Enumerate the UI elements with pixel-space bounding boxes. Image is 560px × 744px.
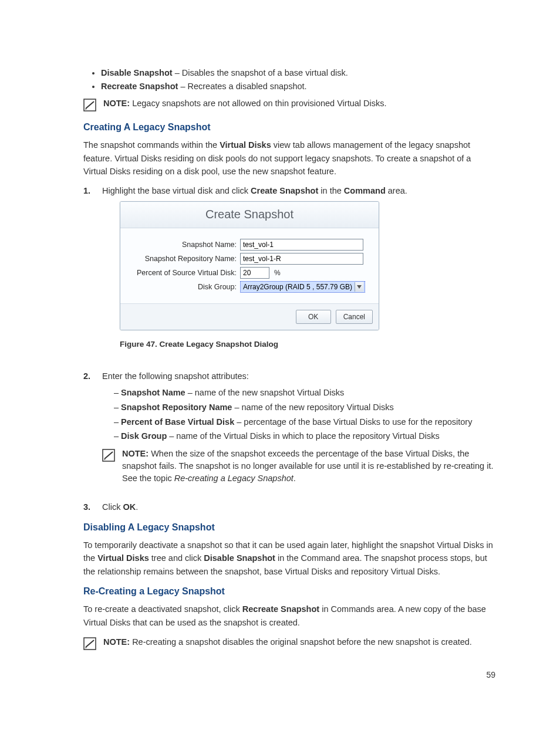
paragraph: To re-create a deactivated snapshot, cli… xyxy=(83,603,495,629)
text: To re-create a deactivated snapshot, cli… xyxy=(83,604,242,614)
row-snapshot-name: Snapshot Name: xyxy=(129,239,370,251)
desc: – Recreates a disabled snapshot. xyxy=(178,82,306,91)
step-content: Highlight the base virtual disk and clic… xyxy=(102,185,495,364)
text-bold: Create Snapshot xyxy=(251,186,318,195)
note-label: NOTE: xyxy=(122,449,149,458)
dialog-title: Create Snapshot xyxy=(120,202,379,228)
chevron-down-icon xyxy=(355,282,363,292)
document-page: Disable Snapshot – Disables the snapshot… xyxy=(0,0,560,744)
heading-recreating: Re-Creating a Legacy Snapshot xyxy=(83,586,495,597)
text: area. xyxy=(386,186,407,195)
note-label: NOTE: xyxy=(103,99,130,108)
text: . xyxy=(136,502,138,512)
list-item: Disk Group – name of the Virtual Disks i… xyxy=(114,430,495,443)
list-item: Snapshot Name – name of the new snapshot… xyxy=(114,387,495,400)
note-content: Legacy snapshots are not allowed on thin… xyxy=(130,99,386,108)
note-text: NOTE: Re-creating a snapshot disables th… xyxy=(103,636,495,648)
note-italic: Re-creating a Legacy Snapshot xyxy=(174,474,294,483)
text: The snapshot commands within the xyxy=(83,140,220,150)
term: Disable Snapshot xyxy=(101,68,173,77)
figure-block: Create Snapshot Snapshot Name: Snapshot … xyxy=(120,201,495,350)
disk-group-value: Array2Group (RAID 5 , 557.79 GB) xyxy=(243,282,352,292)
step-1: 1. Highlight the base virtual disk and c… xyxy=(83,185,495,364)
step-content: Click OK. xyxy=(102,501,495,514)
text-bold: OK xyxy=(123,502,136,512)
desc: – percentage of the base Virtual Disks t… xyxy=(234,417,472,427)
text-bold: Recreate Snapshot xyxy=(242,604,319,614)
note-label: NOTE: xyxy=(103,637,130,647)
row-repo-name: Snapshot Repository Name: xyxy=(129,253,370,265)
step-list: 1. Highlight the base virtual disk and c… xyxy=(83,185,495,514)
list-item: Percent of Base Virtual Disk – percentag… xyxy=(114,416,495,429)
text: tree and click xyxy=(149,553,204,563)
repo-name-label: Snapshot Repository Name: xyxy=(129,253,237,265)
text: Enter the following snapshot attributes: xyxy=(102,371,249,381)
desc: – Disables the snapshot of a base virtua… xyxy=(173,68,348,77)
step-number: 3. xyxy=(83,501,94,514)
text: Click xyxy=(102,502,123,512)
page-number: 59 xyxy=(486,670,495,679)
note-text: NOTE: When the size of the snapshot exce… xyxy=(122,448,495,485)
figure-caption: Figure 47. Create Legacy Snapshot Dialog xyxy=(120,339,495,350)
text: in the xyxy=(318,186,344,195)
row-disk-group: Disk Group: Array2Group (RAID 5 , 557.79… xyxy=(129,281,370,293)
row-percent: Percent of Source Virtual Disk: % xyxy=(129,267,370,279)
disk-group-label: Disk Group: xyxy=(129,282,237,293)
term: Snapshot Repository Name xyxy=(121,403,232,412)
text: Highlight the base virtual disk and clic… xyxy=(102,186,251,195)
step-number: 1. xyxy=(83,185,94,198)
desc: – name of the new snapshot Virtual Disks xyxy=(185,388,345,397)
attribute-list: Snapshot Name – name of the new snapshot… xyxy=(102,387,495,443)
percent-symbol: % xyxy=(274,268,281,278)
list-item: Recreate Snapshot – Recreates a disabled… xyxy=(101,80,495,93)
term: Percent of Base Virtual Disk xyxy=(121,417,234,427)
dialog-body: Snapshot Name: Snapshot Repository Name:… xyxy=(120,228,379,303)
heading-disabling: Disabling A Legacy Snapshot xyxy=(83,522,495,533)
note-content: Re-creating a snapshot disables the orig… xyxy=(130,637,472,647)
paragraph: To temporarily deactivate a snapshot so … xyxy=(83,539,495,578)
term: Recreate Snapshot xyxy=(101,82,178,91)
snapshot-name-input[interactable] xyxy=(240,239,363,251)
term: Disk Group xyxy=(121,431,167,441)
feature-bullet-list: Disable Snapshot – Disables the snapshot… xyxy=(83,67,495,93)
list-item: Snapshot Repository Name – name of the n… xyxy=(114,401,495,414)
step-3: 3. Click OK. xyxy=(83,501,495,514)
text-bold: Virtual Disks xyxy=(97,553,149,563)
note-callout: NOTE: Legacy snapshots are not allowed o… xyxy=(83,97,495,111)
desc: – name of the new repository Virtual Dis… xyxy=(232,403,393,412)
text-bold: Disable Snapshot xyxy=(204,553,275,563)
step-content: Enter the following snapshot attributes:… xyxy=(102,370,495,495)
text-bold: Virtual Disks xyxy=(220,140,271,150)
paragraph: The snapshot commands within the Virtual… xyxy=(83,138,495,178)
dialog-footer: OK Cancel xyxy=(120,303,379,330)
note-callout: NOTE: Re-creating a snapshot disables th… xyxy=(83,636,495,650)
snapshot-name-label: Snapshot Name: xyxy=(129,239,237,251)
note-icon xyxy=(83,637,96,650)
heading-creating: Creating A Legacy Snapshot xyxy=(83,122,495,133)
create-snapshot-dialog: Create Snapshot Snapshot Name: Snapshot … xyxy=(120,201,379,330)
step-number: 2. xyxy=(83,370,94,383)
desc: – name of the Virtual Disks in which to … xyxy=(167,431,439,441)
note-callout: NOTE: When the size of the snapshot exce… xyxy=(102,448,495,485)
cancel-button[interactable]: Cancel xyxy=(336,310,373,324)
ok-button[interactable]: OK xyxy=(296,310,331,324)
list-item: Disable Snapshot – Disables the snapshot… xyxy=(101,67,495,79)
note-content-tail: . xyxy=(294,474,296,483)
note-icon xyxy=(102,449,115,462)
repo-name-input[interactable] xyxy=(240,253,363,265)
percent-label: Percent of Source Virtual Disk: xyxy=(129,268,237,279)
disk-group-combo[interactable]: Array2Group (RAID 5 , 557.79 GB) xyxy=(240,281,365,293)
note-icon xyxy=(83,99,96,111)
step-2: 2. Enter the following snapshot attribut… xyxy=(83,370,495,495)
term: Snapshot Name xyxy=(121,388,185,397)
text-bold: Command xyxy=(344,186,386,195)
note-text: NOTE: Legacy snapshots are not allowed o… xyxy=(103,97,495,110)
percent-input[interactable] xyxy=(240,267,269,279)
